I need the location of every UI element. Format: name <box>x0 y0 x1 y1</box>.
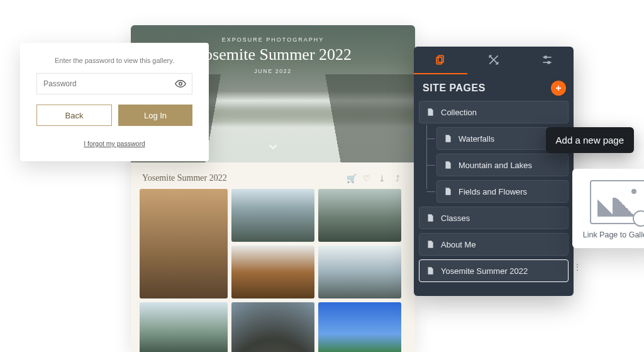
cart-icon[interactable]: 🛒 <box>345 174 358 183</box>
thumbnail[interactable] <box>318 189 401 242</box>
page-item-about-me[interactable]: About Me <box>419 233 569 256</box>
image-placeholder-icon <box>590 180 644 224</box>
page-icon <box>443 186 452 196</box>
thumbnail[interactable] <box>231 246 314 298</box>
panel-title: SITE PAGES <box>423 82 486 94</box>
thumbnail[interactable] <box>231 302 314 352</box>
password-input[interactable] <box>36 73 192 94</box>
page-icon <box>426 213 435 223</box>
link-page-caption: Link Page to Gallery <box>580 230 644 239</box>
page-icon <box>426 266 435 276</box>
share-icon[interactable]: ⤴ <box>391 174 404 183</box>
page-label: Mountain and Lakes <box>458 161 532 170</box>
page-label: Waterfalls <box>458 134 494 144</box>
password-instruction: Enter the password to view this gallery. <box>36 57 192 64</box>
scroll-down-icon[interactable] <box>266 140 280 156</box>
thumbnail[interactable] <box>318 302 401 352</box>
toggle-password-visibility-icon[interactable] <box>175 78 186 92</box>
svg-point-0 <box>179 82 182 86</box>
thumbnail[interactable] <box>231 189 314 242</box>
page-icon <box>426 107 435 117</box>
page-label: Fields and Flowers <box>458 187 527 196</box>
page-options-icon[interactable]: ⋮ <box>572 266 582 268</box>
hero-date: JUNE 2022 <box>254 68 292 74</box>
tab-design[interactable] <box>467 47 521 74</box>
link-page-popover[interactable]: Link Page to Gallery <box>572 169 644 248</box>
gallery-section-title: Yosemite Summer 2022 <box>142 173 227 183</box>
add-page-button[interactable] <box>551 81 566 96</box>
back-button[interactable]: Back <box>36 105 112 126</box>
page-item-fields-flowers[interactable]: Fields and Flowers <box>436 180 569 203</box>
page-label: About Me <box>441 240 476 249</box>
page-item-mountain-lakes[interactable]: Mountain and Lakes <box>436 154 569 176</box>
svg-rect-1 <box>438 55 443 62</box>
gallery-section-header: Yosemite Summer 2022 🛒 ♡ ⤓ ⤴ <box>131 162 415 189</box>
page-label: Yosemite Summer 2022 <box>441 266 528 276</box>
page-label: Classes <box>441 213 470 223</box>
page-item-collection[interactable]: Collection <box>419 101 569 123</box>
tab-pages[interactable] <box>414 47 467 74</box>
hero-title: Yosemite Summer 2022 <box>194 45 352 64</box>
password-modal: Enter the password to view this gallery.… <box>20 43 209 161</box>
thumbnail-grid <box>131 189 415 352</box>
forgot-password-link[interactable]: I forgot my password <box>84 140 145 147</box>
panel-tabs <box>414 47 574 74</box>
page-label: Collection <box>441 108 477 117</box>
favorite-icon[interactable]: ♡ <box>360 174 373 183</box>
page-icon <box>443 160 452 170</box>
hero-eyebrow: EXPOSURE PHOTOGRAPHY <box>222 37 324 43</box>
download-icon[interactable]: ⤓ <box>376 174 389 183</box>
thumbnail[interactable] <box>140 189 228 298</box>
page-item-yosemite[interactable]: Yosemite Summer 2022 <box>419 259 569 282</box>
login-button[interactable]: Log In <box>118 105 192 126</box>
thumbnail[interactable] <box>318 246 401 298</box>
page-item-classes[interactable]: Classes <box>419 207 569 229</box>
add-page-tooltip: Add a new page <box>546 127 634 153</box>
svg-rect-2 <box>436 57 441 64</box>
site-pages-panel: SITE PAGES Collection Waterfalls <box>414 47 574 296</box>
page-icon <box>426 239 435 249</box>
page-icon <box>443 133 452 144</box>
thumbnail[interactable] <box>140 302 228 352</box>
tab-settings[interactable] <box>520 47 574 74</box>
